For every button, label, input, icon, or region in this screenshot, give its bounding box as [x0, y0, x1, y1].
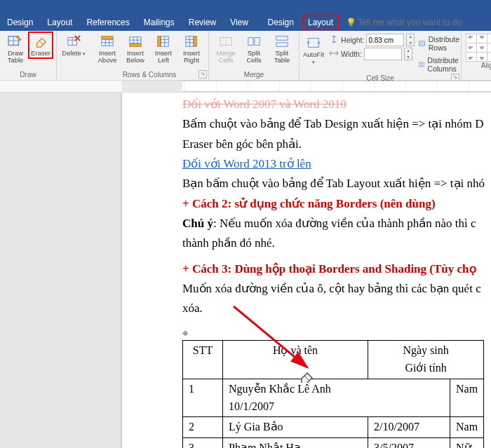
doc-p1: Bấm chuột vào bảng để Tab Design xuất hi…	[182, 115, 491, 133]
doc-p6: + Cách 3: Dùng hộp thoại Borders and Sha…	[182, 262, 476, 276]
group-alignment: A Text Direction Alignment	[462, 31, 491, 80]
merge-cells-label: Merge Cells	[217, 50, 236, 65]
doc-p5: Chú ý: Nếu muốn xóa đường viền của thành…	[182, 215, 491, 233]
width-input[interactable]	[364, 48, 402, 60]
distribute-cols-label: Distribute Columns	[427, 56, 462, 73]
insert-right-button[interactable]: Insert Right	[177, 32, 206, 66]
tell-me-input[interactable]	[356, 17, 485, 28]
doc-p7: Muốn xóa đường viền của ô, cột hay bảng …	[182, 280, 491, 298]
eraser-button[interactable]: Eraser	[28, 32, 53, 58]
cell-name-dob-merged[interactable]: Nguyễn Khắc Lê Anh 10/1/2007	[223, 379, 450, 417]
cell-sex[interactable]: Nam	[450, 379, 484, 417]
split-table-button[interactable]: Split Table	[268, 32, 296, 66]
table-row[interactable]: 3 Phạm Nhật Hạ 3/5/2007 Nữ	[183, 438, 484, 448]
table-move-handle[interactable]: ✥	[182, 328, 491, 339]
height-spinner[interactable]: ▲▼	[406, 34, 415, 46]
align-mid-center[interactable]	[476, 43, 487, 53]
draw-table-button[interactable]: Draw Table	[3, 32, 28, 66]
align-mid-left[interactable]	[466, 43, 477, 53]
tab-mailings[interactable]: Mailings	[137, 14, 182, 31]
align-bot-center[interactable]	[476, 52, 487, 62]
page[interactable]: Đối với Word 2007 và Word 2010 Bấm chuột…	[122, 93, 491, 448]
insert-above-button[interactable]: Insert Above	[93, 32, 121, 66]
tab-view[interactable]: View	[223, 14, 255, 31]
svg-rect-13	[102, 36, 113, 39]
doc-p1b: Eraser bên góc bên phải.	[182, 135, 491, 154]
insert-below-label: Insert Below	[126, 50, 144, 65]
svg-rect-39	[419, 62, 424, 67]
align-bot-right[interactable]	[487, 52, 491, 62]
cell-name[interactable]: Phạm Nhật Hạ	[223, 438, 368, 448]
doc-p7b: xóa.	[182, 299, 491, 318]
svg-rect-18	[130, 44, 141, 47]
group-cell-size: AutoFit Height: ▲▼ Width: ▲	[300, 31, 462, 80]
distribute-cols-button[interactable]: Distribute Columns	[419, 55, 462, 74]
height-input[interactable]	[366, 34, 404, 46]
document-area[interactable]: Đối với Word 2007 và Word 2010 Bấm chuột…	[0, 93, 491, 448]
horizontal-ruler[interactable]	[0, 81, 491, 93]
distribute-rows-button[interactable]: Distribute Rows	[419, 34, 462, 53]
tab-table-design[interactable]: Design	[261, 14, 301, 31]
data-table[interactable]: STT Họ và tên Ngày sinh Giới tính 1 Nguy…	[182, 340, 484, 448]
width-spinner[interactable]: ▲▼	[404, 48, 412, 60]
cell-name[interactable]: Lý Gia Bảo	[223, 417, 368, 438]
cell-sex[interactable]: Nam	[450, 417, 484, 438]
height-control: Height: ▲▼	[329, 34, 415, 46]
distribute-rows-label: Distribute Rows	[429, 35, 463, 52]
align-bot-left[interactable]	[466, 52, 477, 62]
group-rows-cols: Insert Above Insert Below Insert Left In…	[90, 31, 209, 80]
height-label: Height:	[341, 36, 364, 44]
cell-dob[interactable]: 3/5/2007	[368, 438, 450, 448]
align-top-center[interactable]	[476, 34, 487, 43]
tab-design[interactable]: Design	[0, 14, 40, 31]
insert-left-label: Insert Left	[155, 50, 172, 65]
insert-left-button[interactable]: Insert Left	[149, 32, 177, 66]
eraser-icon	[32, 34, 50, 49]
rows-cols-launcher[interactable]: ↘	[199, 70, 207, 79]
split-cells-label: Split Cells	[246, 50, 261, 65]
th-name: Họ và tên	[223, 341, 368, 379]
delete-button[interactable]: Delete	[60, 32, 88, 58]
group-label-rows-cols: Rows & Columns ↘	[90, 71, 208, 80]
split-table-icon	[273, 34, 291, 49]
autofit-button[interactable]: AutoFit	[302, 34, 325, 67]
tell-me[interactable]: 💡	[340, 14, 491, 31]
insert-below-button[interactable]: Insert Below	[121, 32, 149, 66]
cell-dob[interactable]: 2/10/2007	[368, 417, 450, 438]
draw-table-icon	[6, 34, 25, 49]
group-label-alignment: Alignment	[462, 62, 491, 71]
autofit-label: AutoFit	[303, 51, 324, 66]
svg-rect-35	[309, 39, 319, 48]
tab-layout[interactable]: Layout	[40, 14, 79, 31]
table-row[interactable]: 2 Lý Gia Bảo 2/10/2007 Nam	[183, 417, 484, 438]
cell-sex[interactable]: Nữ	[450, 438, 484, 448]
merge-cells-icon	[217, 34, 235, 49]
title-bar	[0, 0, 491, 14]
cell-stt[interactable]: 1	[183, 379, 223, 417]
align-top-left[interactable]	[466, 34, 477, 43]
align-top-right[interactable]	[487, 34, 491, 43]
ribbon: Draw Table Eraser Draw Delete .	[0, 31, 491, 81]
cell-stt[interactable]: 3	[183, 438, 223, 448]
table-row[interactable]: 1 Nguyễn Khắc Lê Anh 10/1/2007 Nam	[183, 379, 484, 417]
lightbulb-icon: 💡	[346, 18, 356, 27]
doc-p4: + Cách 2: sử dụng chức năng Borders (nên…	[182, 197, 436, 210]
group-draw: Draw Table Eraser Draw	[0, 31, 57, 80]
align-mid-right[interactable]	[487, 43, 491, 53]
tab-references[interactable]: References	[79, 14, 136, 31]
svg-rect-31	[248, 38, 253, 46]
doc-p2-link[interactable]: Đối với Word 2013 trở lên	[182, 157, 311, 170]
tab-table-layout[interactable]: Layout	[301, 14, 340, 31]
insert-above-icon	[98, 34, 116, 49]
height-icon	[329, 35, 339, 45]
doc-p3: Bạn bấm chuột vào bảng để Tab Layout xuấ…	[182, 175, 491, 193]
alignment-grid	[466, 34, 491, 60]
cell-stt[interactable]: 2	[183, 417, 223, 438]
group-label-draw: Draw	[0, 71, 56, 80]
tab-review[interactable]: Review	[182, 14, 223, 31]
merge-cells-button[interactable]: Merge Cells	[212, 32, 240, 66]
split-table-label: Split Table	[274, 50, 290, 65]
group-label-merge: Merge	[209, 71, 299, 80]
svg-rect-32	[255, 38, 260, 46]
split-cells-button[interactable]: Split Cells	[240, 32, 268, 66]
